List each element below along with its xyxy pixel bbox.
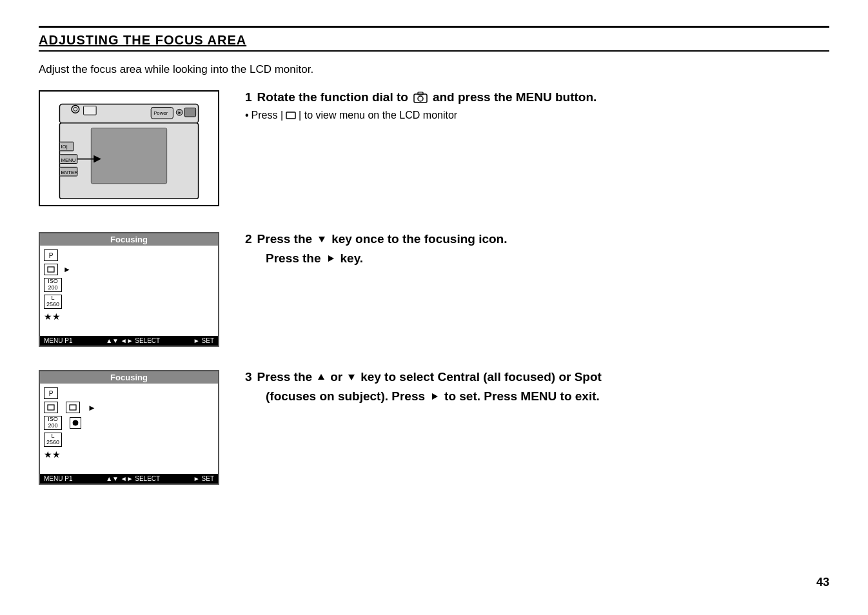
menu2-row-p: P [44,386,214,400]
svg-rect-26 [70,405,76,410]
step-1-number: 1 [245,90,252,104]
svg-marker-24 [328,255,334,262]
menu-arrow: ► [63,265,71,274]
svg-rect-22 [48,267,54,272]
svg-text:►: ► [177,110,182,115]
menu-footer-2: MENU P1 ▲▼ ◄► SELECT ► SET [40,474,218,483]
step-2-text2: key once to the focusing icon. [331,232,507,246]
step-1-row: Power ► IO| MENU [39,90,829,209]
step-3-row: Focusing P [39,370,829,485]
menu2-footer-text: MENU P1 [44,475,72,482]
svg-rect-21 [286,112,295,119]
svg-rect-8 [84,106,97,115]
menu2-icon-iso: ISO200 [44,416,62,430]
bullet-text2: | to view menu on the LCD monitor [299,110,457,121]
svg-text:ENTER: ENTER [61,170,78,175]
menu-footer-nav: ▲▼ ◄► SELECT [106,337,160,344]
menu-footer-1: MENU P1 ▲▼ ◄► SELECT ► SET [40,336,218,346]
svg-marker-28 [318,374,324,380]
star-icon: ★★ [44,311,61,322]
step-3-sub: (focuses on subject). Press to set. Pres… [266,389,829,404]
top-rule [39,26,829,28]
page-container: ADJUSTING THE FOCUS AREA Adjust the focu… [0,0,868,615]
bottom-rule [39,50,829,52]
svg-rect-10 [91,128,166,184]
step-3-text2: key to select Central (all focused) or S… [360,370,602,384]
step-2-content: 2 Press the key once to the focusing ico… [245,232,829,271]
intro-text: Adjust the focus area while looking into… [39,63,829,76]
menu-body-1: P ► ISO200 L25 [40,246,218,336]
svg-rect-5 [184,108,196,117]
iso-text: ISO200 [48,278,58,291]
step-3-title: 3 Press the or key to select Central (al… [245,370,829,384]
menu-icon-p: P [44,249,58,261]
bullet-dot: • [245,110,249,121]
menu2-row-sq: ► [44,400,214,415]
menu-row-l: L2560 [44,293,214,310]
l-text: L2560 [46,295,59,308]
step-2-press: Press the [266,251,321,266]
menu-icon-sq [44,264,58,275]
step-3-focuses: (focuses on subject). Press [266,389,425,404]
step-3-or: or [330,370,342,384]
menu-header-1: Focusing [40,233,218,246]
menu-row-iso: ISO200 [44,277,214,293]
submenu-circle-icon [70,417,81,429]
step-2-text1: Press the [257,232,313,246]
menu2-icon-p: P [44,387,58,399]
svg-point-27 [73,420,78,425]
step-2-number: 2 [245,232,252,246]
svg-rect-25 [48,405,54,410]
step-2-image: Focusing P ► ISO200 [39,232,226,347]
step-1-text: Rotate the function dial to [257,90,408,104]
menu2-star-icon: ★★ [44,449,61,460]
step-3-text1: Press the [257,370,313,384]
menu-screen-2: Focusing P [39,370,219,485]
menu-icon-iso: ISO200 [44,278,62,292]
menu2-row-l: L2560 [44,431,214,448]
svg-marker-29 [348,375,355,380]
step-2-title: 2 Press the key once to the focusing ico… [245,232,829,246]
submenu-arrow: ► [88,403,96,413]
step-1-text2: and press the MENU button. [433,90,597,104]
step-3-number: 3 [245,370,252,384]
step-3-image: Focusing P [39,370,226,485]
svg-text:MENU: MENU [61,157,75,163]
submenu-sq-icon [66,402,80,413]
menu-footer-set: ► SET [193,337,214,344]
up-arrow-icon [317,373,326,382]
menu2-row-iso: ISO200 [44,415,214,431]
menu-screen-1: Focusing P ► ISO200 [39,232,219,347]
svg-point-19 [418,96,423,101]
page-number: 43 [816,576,829,589]
menu-row-star: ★★ [44,310,214,323]
step-1-image: Power ► IO| MENU [39,90,226,209]
step-3-content: 3 Press the or key to select Central (al… [245,370,829,409]
step-2-row: Focusing P ► ISO200 [39,232,829,347]
svg-text:Power: Power [153,110,168,116]
menu-body-2: P ► [40,384,218,474]
menu2-row-star: ★★ [44,448,214,461]
menu2-icon-sq [44,402,58,413]
menu-footer-text: MENU P1 [44,337,72,344]
menu2-footer-set: ► SET [193,475,214,482]
menu-row-sq: ► [44,262,214,277]
svg-marker-30 [432,393,438,400]
menu-header-2: Focusing [40,371,218,384]
svg-marker-23 [319,237,325,242]
menu2-footer-nav: ▲▼ ◄► SELECT [106,475,160,482]
monitor-icon [286,112,296,120]
step-2-text3: key. [340,251,364,266]
camera-icon [413,92,428,103]
step-2-sub-title: Press the key. [266,251,829,266]
right-arrow-icon-2 [430,392,439,401]
section-title: ADJUSTING THE FOCUS AREA [39,33,829,48]
bullet-text: Press | [252,110,284,121]
menu-icon-l: L2560 [44,295,62,309]
step-1-title: 1 Rotate the function dial to and press … [245,90,829,104]
menu-row-p: P [44,248,214,262]
right-arrow-icon [326,254,335,263]
step-3-toset: to set. Press MENU to exit. [444,389,600,404]
step-1-bullet: • Press | | to view menu on the LCD moni… [245,110,829,121]
step-1-content: 1 Rotate the function dial to and press … [245,90,829,121]
